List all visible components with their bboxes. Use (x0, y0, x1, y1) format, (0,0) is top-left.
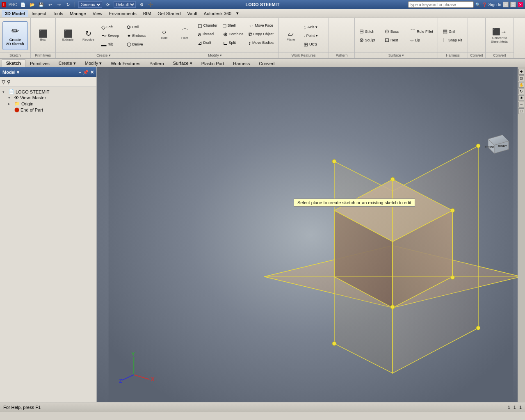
create-2d-sketch-button[interactable]: ✏ Create2D Sketch (2, 21, 28, 50)
rib-button[interactable]: ▬ Rib (99, 40, 124, 48)
save-button[interactable]: 💾 (38, 1, 44, 8)
add-icon[interactable]: ➕ (147, 1, 154, 8)
expand-logo[interactable]: ▾ (2, 90, 7, 94)
boss-label: Boss (390, 30, 399, 34)
surface-col-3: ⌒ Rule Fillet ⌣ Lip (408, 27, 435, 44)
grill-button[interactable]: ▤ Grill (441, 27, 465, 36)
viewcube[interactable]: FRONT RIGHT (480, 131, 517, 160)
look-at-button[interactable]: 👁 (518, 95, 524, 101)
model-collapse-icon[interactable]: − (79, 70, 81, 75)
menu-view[interactable]: View (89, 10, 106, 17)
sign-in-label[interactable]: Sign In (488, 2, 501, 7)
menu-getstarted[interactable]: Get Started (154, 10, 184, 17)
model-pin-icon[interactable]: 📌 (83, 70, 89, 75)
boss-button[interactable]: ⊙ Boss (383, 27, 407, 36)
loft-button[interactable]: ◇ Loft (99, 23, 124, 31)
open-button[interactable]: 📂 (29, 1, 35, 8)
minimize-button[interactable]: − (503, 2, 509, 7)
update-button[interactable]: ↻ (65, 1, 71, 8)
close-button[interactable]: ✕ (518, 2, 523, 7)
units-dropdown[interactable]: Generic (78, 1, 102, 8)
menu-tools[interactable]: Tools (49, 10, 66, 17)
undo-button[interactable]: ↩ (47, 1, 53, 8)
shell-button[interactable]: □ Shell (221, 21, 246, 30)
menu-inspect[interactable]: Inspect (28, 10, 49, 17)
axis-button[interactable]: ↕ Axis ▾ (301, 23, 326, 31)
menu-vault[interactable]: Vault (184, 10, 201, 17)
point-button[interactable]: · Point ▾ (301, 32, 326, 40)
tab-pattern[interactable]: Pattern (145, 60, 168, 67)
tab-modify[interactable]: Modify ▾ (80, 59, 106, 67)
copy-object-button[interactable]: ⧉ Copy Object (247, 30, 276, 38)
menu-autodesk360[interactable]: Autodesk 360 (201, 10, 235, 17)
revolve-button[interactable]: ↻ Revolve (79, 21, 98, 50)
menu-manage[interactable]: Manage (66, 10, 89, 17)
ucs-button[interactable]: ⊞ UCS (301, 40, 326, 48)
box-button[interactable]: ⬛ Box (33, 21, 53, 50)
settings-icon[interactable]: ⚙ (138, 1, 145, 8)
tree-item-origin[interactable]: ▸ 📁 Origin (2, 100, 95, 107)
search-icon[interactable]: ⚲ (7, 79, 11, 85)
viewport[interactable]: X Y Z Select plane to create sketch or a… (97, 67, 525, 402)
search-input[interactable] (408, 1, 474, 8)
tooltip-text: Select plane to create sketch or an exis… (297, 200, 411, 205)
pan-button[interactable]: ✋ (518, 82, 524, 88)
move-face-button[interactable]: ↔ Move Face (247, 21, 276, 30)
help-dropdown[interactable]: ▾ (236, 11, 239, 16)
orbit-button[interactable]: ↻ (518, 89, 524, 94)
split-button[interactable]: ⊏ Split (221, 39, 246, 47)
tab-plastic[interactable]: Plastic Part (197, 60, 229, 67)
menu-bim[interactable]: BIM (140, 10, 155, 17)
search-icon[interactable]: 🔍 (475, 2, 480, 7)
chamfer-button[interactable]: ◻ Chamfer (196, 21, 220, 30)
snap-fit-button[interactable]: ⊢ Snap Fit (441, 36, 465, 44)
lip-button[interactable]: ⌣ Lip (408, 36, 435, 44)
style-dropdown[interactable]: Default (114, 1, 136, 8)
derive-button[interactable]: ⬡ Derive (125, 40, 149, 48)
tab-surface[interactable]: Surface ▾ (169, 59, 197, 67)
move-bodies-button[interactable]: ↕ Move Bodies (247, 39, 276, 47)
fillet-button[interactable]: ⌒ Fillet (175, 20, 195, 48)
tab-create[interactable]: Create ▾ (54, 59, 80, 67)
tab-primitives[interactable]: Primitives (25, 60, 54, 67)
convert-to-sheet-metal-button[interactable]: ⬛→ Convert toSheet Metal (488, 21, 511, 50)
help-icon[interactable]: ❓ (482, 2, 487, 7)
filter-icon[interactable]: ▽ (2, 79, 5, 85)
thread-button[interactable]: ⌀ Thread (196, 30, 220, 38)
redo-button[interactable]: ↪ (56, 1, 62, 8)
zoom-in-button[interactable]: + (518, 69, 524, 75)
window-zoom-button[interactable]: □ (518, 108, 524, 114)
tree-item-view-master[interactable]: ▾ 👁 View: Master (2, 95, 95, 100)
tab-harness[interactable]: Harness (228, 60, 254, 67)
tab-convert[interactable]: Convert (254, 60, 279, 67)
hole-button[interactable]: ○ Hole (155, 20, 174, 48)
expand-origin[interactable]: ▸ (8, 102, 13, 106)
rule-fillet-button[interactable]: ⌒ Rule Fillet (408, 27, 435, 36)
tab-sketch[interactable]: Sketch (2, 59, 25, 67)
lip-icon: ⌣ (410, 37, 414, 43)
view-master-label: View: Master (20, 95, 46, 100)
zoom-out-button[interactable]: − (518, 102, 524, 107)
sketch-section-title: Sketch (0, 52, 30, 57)
model-close-icon[interactable]: ✕ (90, 70, 94, 75)
maximize-button[interactable]: □ (510, 2, 516, 7)
menu-environments[interactable]: Environments (105, 10, 139, 17)
stitch-button[interactable]: ⊟ Stitch (357, 27, 382, 36)
new-button[interactable]: 📄 (20, 1, 26, 8)
extrude-button[interactable]: ⬛ Extrude (58, 21, 78, 50)
sculpt-button[interactable]: ⊗ Sculpt (357, 36, 382, 44)
tree-item-end-of-part[interactable]: ⬤ End of Part (2, 107, 95, 113)
combine-button[interactable]: ⊕ Combine (221, 30, 246, 38)
zoom-fit-button[interactable]: ⊡ (518, 75, 524, 81)
sweep-button[interactable]: 〜 Sweep (99, 32, 124, 40)
menu-3dmodel[interactable]: 3D Model (2, 10, 28, 17)
draft-button[interactable]: ⊿ Draft (196, 39, 220, 47)
local-update-button[interactable]: ⟳ (105, 1, 111, 8)
tree-item-logo-steemit[interactable]: ▾ 📄 LOGO STEEMIT (2, 89, 95, 95)
rest-button[interactable]: ⊡ Rest (383, 36, 407, 44)
coil-button[interactable]: ⟳ Coil (125, 23, 149, 31)
emboss-button[interactable]: ✦ Emboss (125, 32, 149, 40)
tab-workfeatures[interactable]: Work Features (106, 60, 145, 67)
expand-view[interactable]: ▾ (8, 96, 13, 100)
plane-button[interactable]: ▱ Plane (281, 21, 301, 50)
